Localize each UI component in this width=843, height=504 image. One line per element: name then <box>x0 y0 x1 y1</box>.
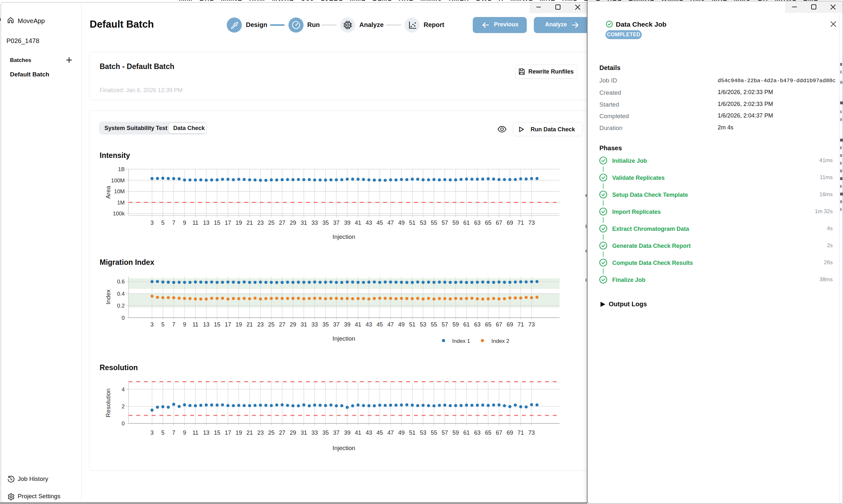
svg-text:25: 25 <box>268 430 274 436</box>
svg-text:1B: 1B <box>118 166 125 173</box>
svg-text:21: 21 <box>246 220 253 226</box>
svg-text:3: 3 <box>150 430 154 436</box>
svg-text:39: 39 <box>344 430 350 436</box>
svg-text:4: 4 <box>122 386 125 393</box>
svg-text:17: 17 <box>225 430 231 436</box>
svg-text:47: 47 <box>387 321 394 328</box>
svg-text:Index: Index <box>105 289 111 304</box>
svg-text:31: 31 <box>300 430 307 436</box>
svg-text:61: 61 <box>463 321 469 328</box>
svg-text:63: 63 <box>474 321 480 328</box>
svg-text:37: 37 <box>333 321 340 328</box>
svg-text:9: 9 <box>183 321 186 328</box>
svg-text:Injection: Injection <box>333 233 356 240</box>
svg-text:41: 41 <box>355 220 361 226</box>
svg-text:65: 65 <box>485 220 492 226</box>
svg-text:3: 3 <box>150 321 154 328</box>
svg-text:17: 17 <box>225 220 231 226</box>
svg-text:0.6: 0.6 <box>117 278 125 285</box>
svg-text:23: 23 <box>257 430 263 436</box>
svg-text:33: 33 <box>311 220 318 226</box>
svg-text:0.2: 0.2 <box>117 303 125 309</box>
svg-text:Index 2: Index 2 <box>492 338 510 344</box>
svg-text:69: 69 <box>506 321 513 328</box>
svg-text:2: 2 <box>122 403 125 410</box>
svg-text:9: 9 <box>183 220 186 226</box>
svg-text:9: 9 <box>183 430 186 436</box>
svg-text:25: 25 <box>268 321 274 328</box>
svg-text:11: 11 <box>192 321 199 328</box>
svg-text:69: 69 <box>506 220 513 226</box>
svg-text:19: 19 <box>236 220 242 226</box>
svg-text:71: 71 <box>517 430 524 436</box>
svg-text:15: 15 <box>214 321 220 328</box>
svg-text:51: 51 <box>409 220 416 226</box>
svg-text:27: 27 <box>279 321 286 328</box>
svg-text:63: 63 <box>474 430 480 436</box>
svg-text:49: 49 <box>398 430 405 436</box>
svg-text:15: 15 <box>214 430 220 436</box>
svg-text:5: 5 <box>161 430 165 436</box>
svg-text:13: 13 <box>203 220 209 226</box>
svg-text:100M: 100M <box>111 178 125 184</box>
svg-text:55: 55 <box>431 321 437 328</box>
svg-text:13: 13 <box>203 430 209 436</box>
svg-text:31: 31 <box>300 321 307 328</box>
svg-text:35: 35 <box>322 220 329 226</box>
svg-text:29: 29 <box>290 430 296 436</box>
svg-text:Injection: Injection <box>333 335 356 342</box>
svg-text:73: 73 <box>528 321 535 328</box>
svg-text:23: 23 <box>257 321 263 328</box>
svg-text:35: 35 <box>322 430 329 436</box>
svg-text:Index 1: Index 1 <box>452 338 470 344</box>
svg-text:53: 53 <box>420 220 426 226</box>
svg-text:39: 39 <box>344 220 350 226</box>
svg-text:11: 11 <box>192 220 199 226</box>
svg-text:35: 35 <box>322 321 329 328</box>
svg-text:57: 57 <box>442 220 448 226</box>
svg-text:45: 45 <box>377 430 383 436</box>
svg-text:53: 53 <box>420 321 426 328</box>
svg-text:43: 43 <box>366 430 372 436</box>
svg-text:7: 7 <box>172 321 175 328</box>
svg-text:0.4: 0.4 <box>117 291 125 297</box>
svg-text:43: 43 <box>366 321 372 328</box>
svg-text:13: 13 <box>203 321 209 328</box>
svg-text:3: 3 <box>150 220 154 226</box>
svg-text:19: 19 <box>236 321 242 328</box>
svg-text:67: 67 <box>496 430 502 436</box>
svg-text:7: 7 <box>172 430 175 436</box>
svg-text:29: 29 <box>290 220 296 226</box>
svg-text:49: 49 <box>398 321 405 328</box>
svg-text:39: 39 <box>344 321 350 328</box>
svg-text:61: 61 <box>463 430 469 436</box>
svg-text:29: 29 <box>290 321 296 328</box>
svg-text:21: 21 <box>246 430 253 436</box>
svg-text:49: 49 <box>398 220 405 226</box>
svg-text:5: 5 <box>161 321 165 328</box>
svg-text:27: 27 <box>279 430 286 436</box>
svg-text:Injection: Injection <box>333 445 356 451</box>
svg-text:37: 37 <box>333 220 340 226</box>
svg-text:100k: 100k <box>113 211 125 217</box>
svg-text:10M: 10M <box>114 188 125 195</box>
svg-text:71: 71 <box>517 321 524 328</box>
svg-text:41: 41 <box>355 430 361 436</box>
svg-text:11: 11 <box>192 430 199 436</box>
svg-text:19: 19 <box>236 430 242 436</box>
svg-text:57: 57 <box>442 321 448 328</box>
svg-text:31: 31 <box>300 220 307 226</box>
svg-text:65: 65 <box>485 321 492 328</box>
svg-text:71: 71 <box>517 220 524 226</box>
svg-text:17: 17 <box>225 321 231 328</box>
svg-text:67: 67 <box>496 321 502 328</box>
svg-text:61: 61 <box>463 220 469 226</box>
svg-text:1M: 1M <box>117 200 125 206</box>
svg-text:33: 33 <box>311 321 318 328</box>
svg-text:69: 69 <box>506 430 513 436</box>
svg-text:73: 73 <box>528 430 535 436</box>
svg-text:Resolution: Resolution <box>105 389 111 417</box>
svg-text:59: 59 <box>452 430 459 436</box>
svg-text:55: 55 <box>431 430 437 436</box>
svg-text:15: 15 <box>214 220 220 226</box>
